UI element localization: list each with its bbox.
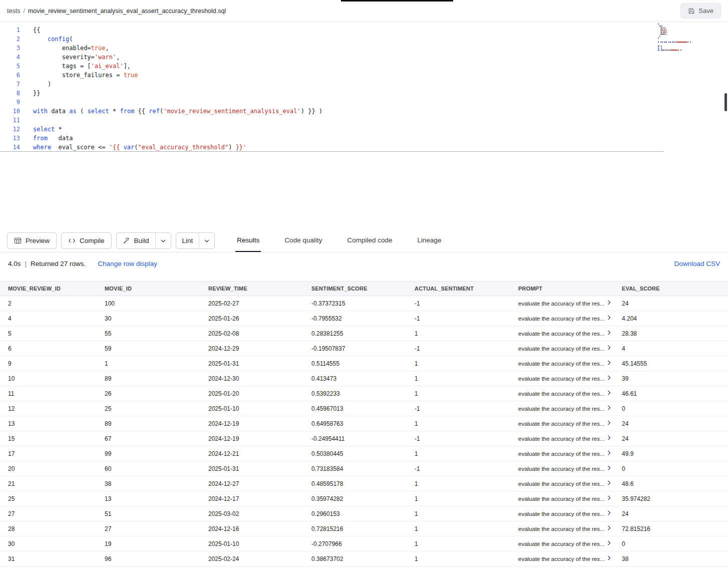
expand-cell-icon[interactable] xyxy=(607,420,611,425)
expand-cell-icon[interactable] xyxy=(607,555,611,560)
prompt-cell[interactable]: evaluate the accuracy of the res... xyxy=(518,296,622,311)
line-number: 13 xyxy=(0,134,20,143)
code-editor[interactable]: 1{{2 config(3 enabled=true,4 severity='w… xyxy=(0,22,728,229)
eval-score-cell: 38 xyxy=(622,551,728,566)
code-line[interactable]: 7 ) xyxy=(0,80,728,89)
line-number: 12 xyxy=(0,125,20,134)
download-csv-link[interactable]: Download CSV xyxy=(674,260,720,267)
prompt-text: evaluate the accuracy of the res... xyxy=(518,556,605,562)
editor-scrollbar-thumb[interactable] xyxy=(724,93,727,111)
expand-cell-icon[interactable] xyxy=(607,465,611,470)
expand-cell-icon[interactable] xyxy=(607,345,611,350)
expand-cell-icon[interactable] xyxy=(607,510,611,515)
expand-cell-icon[interactable] xyxy=(607,480,611,485)
prompt-cell[interactable]: evaluate the accuracy of the res... xyxy=(518,506,622,521)
save-icon xyxy=(688,8,695,15)
expand-cell-icon[interactable] xyxy=(607,495,611,500)
expand-cell-icon[interactable] xyxy=(607,405,611,410)
code-line[interactable]: 6 store_failures = true xyxy=(0,71,728,80)
code-text: config( xyxy=(33,35,73,44)
table-cell: 2025-01-26 xyxy=(208,311,311,326)
table-cell: -0.7955532 xyxy=(311,311,415,326)
code-line[interactable]: 8}} xyxy=(0,89,728,98)
prompt-cell[interactable]: evaluate the accuracy of the res... xyxy=(518,356,622,371)
build-dropdown-button[interactable] xyxy=(155,233,171,248)
lint-dropdown-button[interactable] xyxy=(199,233,214,248)
prompt-cell[interactable]: evaluate the accuracy of the res... xyxy=(518,536,622,551)
table-cell: 1 xyxy=(415,356,518,371)
tab-results[interactable]: Results xyxy=(235,229,261,252)
expand-cell-icon[interactable] xyxy=(607,450,611,455)
code-line[interactable]: 11 xyxy=(0,116,728,125)
expand-cell-icon[interactable] xyxy=(607,390,611,395)
table-cell: 1 xyxy=(415,536,518,551)
minimap-line xyxy=(658,44,714,45)
line-number: 11 xyxy=(0,116,20,125)
table-cell: -0.37372315 xyxy=(311,296,415,311)
build-button[interactable]: Build xyxy=(117,233,155,248)
expand-cell-icon[interactable] xyxy=(607,330,611,335)
status-separator: | xyxy=(25,260,27,267)
tab-lineage[interactable]: Lineage xyxy=(416,229,443,252)
prompt-cell[interactable]: evaluate the accuracy of the res... xyxy=(518,551,622,566)
table-cell: -1 xyxy=(415,401,518,416)
table-cell: 1 xyxy=(415,416,518,431)
prompt-text: evaluate the accuracy of the res... xyxy=(518,391,605,397)
expand-cell-icon[interactable] xyxy=(607,360,611,365)
code-line[interactable]: 3 enabled=true, xyxy=(0,44,728,53)
expand-cell-icon[interactable] xyxy=(607,375,611,380)
expand-cell-icon[interactable] xyxy=(607,525,611,530)
editor-minimap[interactable] xyxy=(658,24,714,52)
code-line[interactable]: 5 tags = ['ai_eval'], xyxy=(0,62,728,71)
code-line[interactable]: 14where eval_score <= '{{ var("eval_accu… xyxy=(0,143,664,152)
expand-cell-icon[interactable] xyxy=(607,435,611,440)
code-line[interactable]: 12select * xyxy=(0,125,728,134)
table-cell: 11 xyxy=(0,386,105,401)
code-line[interactable]: 2 config( xyxy=(0,35,728,44)
breadcrumb-folder[interactable]: tests xyxy=(7,8,20,15)
tab-compiled-code[interactable]: Compiled code xyxy=(345,229,394,252)
code-line[interactable]: 13from data xyxy=(0,134,728,143)
expand-cell-icon[interactable] xyxy=(607,315,611,320)
table-cell: -1 xyxy=(415,311,518,326)
table-cell: 2025-01-20 xyxy=(208,386,311,401)
line-number: 8 xyxy=(0,89,20,98)
prompt-cell[interactable]: evaluate the accuracy of the res... xyxy=(518,311,622,326)
line-number: 10 xyxy=(0,107,20,116)
expand-cell-icon[interactable] xyxy=(607,540,611,545)
table-cell: 2024-12-19 xyxy=(208,431,311,446)
prompt-cell[interactable]: evaluate the accuracy of the res... xyxy=(518,521,622,536)
prompt-cell[interactable]: evaluate the accuracy of the res... xyxy=(518,491,622,506)
code-line[interactable]: 9 xyxy=(0,98,728,107)
compile-button[interactable]: Compile xyxy=(61,232,112,249)
prompt-cell[interactable]: evaluate the accuracy of the res... xyxy=(518,461,622,476)
expand-cell-icon[interactable] xyxy=(607,300,611,305)
preview-button[interactable]: Preview xyxy=(7,232,57,249)
table-cell: 17 xyxy=(0,446,105,461)
prompt-cell[interactable]: evaluate the accuracy of the res... xyxy=(518,431,622,446)
table-cell: 2025-02-27 xyxy=(208,296,311,311)
code-line[interactable]: 4 severity='warn', xyxy=(0,53,728,62)
prompt-cell[interactable]: evaluate the accuracy of the res... xyxy=(518,401,622,416)
change-row-display-link[interactable]: Change row display xyxy=(98,260,157,267)
table-cell: 51 xyxy=(105,506,208,521)
tab-code-quality[interactable]: Code quality xyxy=(283,229,323,252)
eval-score-cell: 45.14555 xyxy=(622,356,728,371)
prompt-cell[interactable]: evaluate the accuracy of the res... xyxy=(518,371,622,386)
code-line[interactable]: 10with data as ( select * from {{ ref('m… xyxy=(0,107,728,116)
code-line[interactable]: 1{{ xyxy=(0,26,728,35)
prompt-cell[interactable]: evaluate the accuracy of the res... xyxy=(518,386,622,401)
table-cell: 27 xyxy=(0,506,105,521)
save-button[interactable]: Save xyxy=(680,3,721,19)
minimap-line xyxy=(658,28,714,29)
prompt-cell[interactable]: evaluate the accuracy of the res... xyxy=(518,416,622,431)
code-text: from data xyxy=(33,134,73,143)
prompt-cell[interactable]: evaluate the accuracy of the res... xyxy=(518,446,622,461)
eval-score-cell: 4 xyxy=(622,341,728,356)
prompt-cell[interactable]: evaluate the accuracy of the res... xyxy=(518,326,622,341)
prompt-cell[interactable]: evaluate the accuracy of the res... xyxy=(518,476,622,491)
table-cell: 30 xyxy=(105,311,208,326)
prompt-cell[interactable]: evaluate the accuracy of the res... xyxy=(518,341,622,356)
minimap-line xyxy=(658,34,714,35)
lint-button[interactable]: Lint xyxy=(176,233,199,248)
